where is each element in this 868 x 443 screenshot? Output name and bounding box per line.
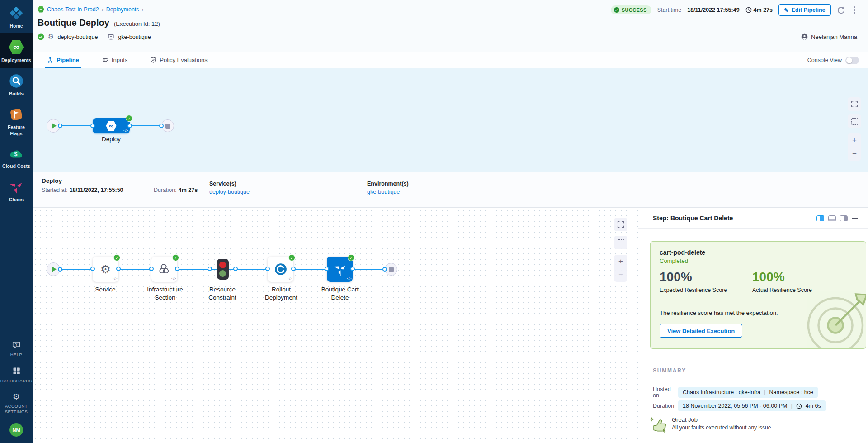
shield-check-icon: [150, 57, 156, 63]
fullscreen-icon[interactable]: [848, 97, 861, 111]
zoom-out-button[interactable]: −: [848, 147, 861, 161]
sidebar-item-feature-flags[interactable]: Feature Flags: [0, 101, 33, 141]
service-tag: deploy-boutique: [57, 34, 98, 40]
service-link[interactable]: deploy-boutique: [209, 189, 250, 195]
breadcrumb-separator: ›: [102, 6, 104, 13]
page-header: ∞ Chaos-Test-in-Prod2 › Deployments › Bo…: [33, 0, 868, 52]
connector-port: [127, 124, 132, 128]
zoom-controls: + −: [848, 133, 861, 161]
execution-id: (Execution Id: 12): [114, 20, 160, 27]
help-icon: ?: [11, 340, 21, 349]
view-detailed-execution-button[interactable]: View Detailed Execution: [660, 324, 742, 338]
refresh-icon[interactable]: [837, 6, 845, 14]
start-time-value: 18/11/2022 17:55:49: [687, 7, 739, 13]
step-label[interactable]: Infrastructure Section: [140, 286, 190, 302]
chaos-icon: [9, 180, 24, 194]
sidebar-item-label: Feature Flags: [1, 124, 32, 136]
breadcrumb-separator: ›: [142, 6, 144, 13]
sidebar-item-deployments[interactable]: ∞ Deployments: [0, 33, 33, 68]
marquee-select-icon[interactable]: [614, 236, 627, 249]
svg-text:$: $: [14, 151, 18, 157]
clock-icon: [796, 403, 802, 409]
breadcrumb-deployments-link[interactable]: Deployments: [106, 6, 139, 13]
zoom-in-button[interactable]: +: [848, 133, 861, 147]
layout-right-drawer-icon[interactable]: [816, 215, 824, 221]
sidebar-item-account-settings[interactable]: ⚙ ACCOUNT SETTINGS: [0, 388, 33, 419]
project-hexagon-icon: ∞: [38, 6, 44, 13]
expected-score-label: Expected Resilience Score: [660, 287, 727, 293]
edit-pipeline-button[interactable]: ✎ Edit Pipeline: [778, 4, 831, 16]
actual-score-label: Actual Resilience Score: [752, 287, 812, 293]
minimize-panel-icon[interactable]: [852, 218, 858, 219]
connector-port: [325, 267, 329, 271]
exec-node-rollout-deployment[interactable]: </>: [268, 257, 293, 282]
step-label[interactable]: Rollout Deployment: [256, 286, 307, 302]
connector-port: [208, 267, 212, 271]
user-avatar[interactable]: NM: [9, 423, 23, 437]
success-check-icon: [172, 254, 179, 261]
connector-port: [175, 267, 179, 271]
service-gear-icon: ⚙: [100, 262, 111, 276]
sidebar-item-cloud-costs[interactable]: $ Cloud Costs: [0, 141, 33, 174]
marquee-select-icon[interactable]: [848, 114, 861, 128]
connector-port: [58, 267, 62, 272]
execution-canvas[interactable]: ⚙ </> </>: [33, 208, 638, 443]
step-label[interactable]: Resource Constraint: [197, 286, 248, 302]
duration-label: Duration:: [154, 187, 177, 193]
exec-node-service[interactable]: ⚙ </>: [93, 257, 118, 282]
stage-node-deploy[interactable]: ∞ </>: [93, 118, 130, 133]
status-badge: ✓ SUCCESS: [611, 5, 651, 14]
layout-bottom-drawer-icon[interactable]: [828, 215, 836, 221]
yaml-code-badge: </>: [171, 276, 176, 281]
success-check-icon: [348, 254, 354, 261]
thumbs-up-illustration: [649, 415, 668, 435]
environment-tag: gke-boutique: [118, 34, 151, 40]
main-area: ∞ Chaos-Test-in-Prod2 › Deployments › Bo…: [33, 0, 868, 443]
user-menu[interactable]: Neelanjan Manna: [801, 33, 857, 40]
pencil-icon: ✎: [784, 7, 788, 14]
connector-port: [58, 124, 62, 128]
stage-pipeline-canvas[interactable]: ∞ </> Deploy + −: [33, 68, 868, 172]
namespace-value: Namespace : hce: [769, 389, 813, 395]
sidebar-item-chaos[interactable]: Chaos: [0, 174, 33, 207]
summary-heading: SUMMARY: [653, 367, 686, 374]
stage-label[interactable]: Deploy: [93, 135, 129, 143]
exec-node-infrastructure[interactable]: </>: [151, 257, 177, 282]
duration-range-value: 18 November 2022, 05:56 PM - 06:00 PM: [683, 403, 787, 409]
fullscreen-icon[interactable]: [614, 218, 627, 231]
yaml-code-badge: </>: [347, 276, 351, 281]
infrastructure-icon: [158, 263, 171, 276]
more-options-icon[interactable]: [851, 5, 859, 14]
step-label[interactable]: Boutique Cart Delete: [315, 286, 365, 302]
console-view-toggle[interactable]: [845, 57, 859, 64]
connector-port: [159, 124, 164, 128]
layout-full-drawer-icon[interactable]: [840, 215, 848, 221]
rollout-icon: [274, 263, 287, 276]
exec-node-boutique-cart-delete[interactable]: </>: [327, 257, 353, 282]
sidebar-item-dashboards[interactable]: DASHBOARDS: [0, 361, 33, 388]
yaml-code-badge: </>: [123, 129, 128, 133]
tab-pipeline[interactable]: Pipeline: [45, 52, 81, 68]
step-details-panel: Step: Boutique Cart Delete cart-pod-dele…: [638, 208, 868, 443]
sidebar-item-builds[interactable]: Builds: [0, 68, 33, 101]
sidebar-item-help[interactable]: ? HELP: [0, 335, 33, 362]
step-label[interactable]: Service: [80, 286, 131, 294]
breadcrumb-project-link[interactable]: Chaos-Test-in-Prod2: [47, 6, 99, 13]
app-root: Home ∞ Deployments Builds Feature Flags …: [0, 0, 868, 443]
svg-text:?: ?: [15, 343, 18, 347]
sidebar-item-label: Deployments: [1, 57, 31, 63]
cloud-costs-icon: $: [9, 147, 24, 161]
environment-link[interactable]: gke-boutique: [367, 189, 409, 195]
builds-icon: [9, 74, 24, 88]
exec-node-resource-constraint[interactable]: [210, 257, 236, 282]
user-name: Neelanjan Manna: [811, 33, 857, 40]
tab-inputs[interactable]: Inputs: [100, 52, 129, 68]
zoom-out-button[interactable]: −: [614, 268, 627, 282]
tab-policy-evaluations[interactable]: Policy Evaluations: [148, 52, 209, 68]
started-at-value: 18/11/2022, 17:55:50: [70, 187, 123, 193]
zoom-in-button[interactable]: +: [614, 255, 627, 268]
page-title: Boutique Deploy: [38, 18, 109, 28]
sidebar-item-home[interactable]: Home: [0, 0, 33, 33]
sidebar-item-label: HELP: [10, 352, 22, 357]
sidebar-item-label: Chaos: [9, 197, 24, 203]
